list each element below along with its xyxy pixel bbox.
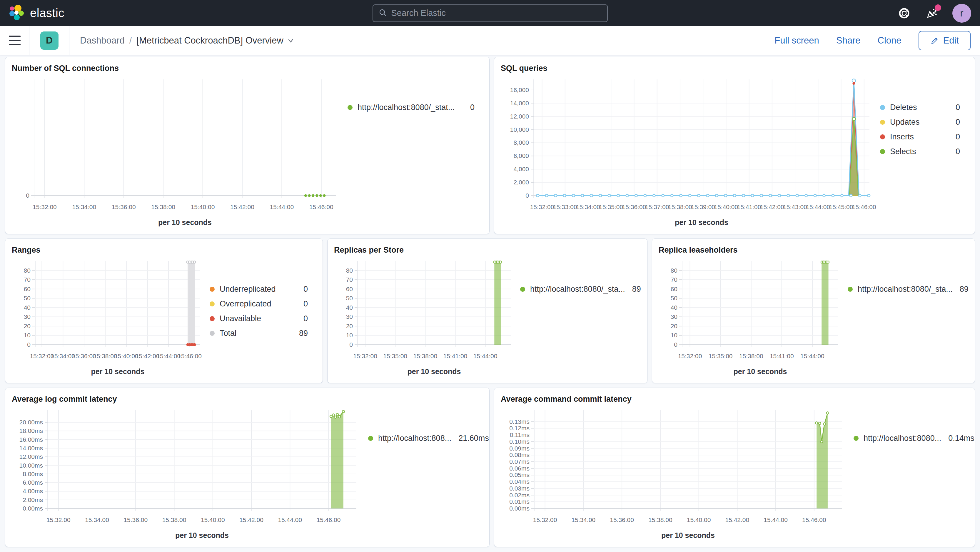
news-feed-icon[interactable] — [925, 6, 939, 20]
chart-legend: Underreplicated0Overreplicated0Unavailab… — [207, 256, 316, 379]
svg-text:15:46:00: 15:46:00 — [309, 204, 333, 210]
svg-text:15:42:00: 15:42:00 — [239, 516, 263, 523]
dashboard-panel-sql-connections: Number of SQL connections15:32:0015:34:0… — [5, 57, 490, 234]
svg-text:70: 70 — [671, 276, 678, 283]
svg-text:50: 50 — [24, 295, 30, 301]
help-icon[interactable] — [897, 6, 911, 20]
legend-item[interactable]: Selects0 — [880, 147, 960, 156]
svg-text:15:38:00: 15:38:00 — [668, 204, 692, 210]
legend-item[interactable]: http://localhost:8080/_sta...89 — [520, 285, 632, 294]
svg-text:0: 0 — [525, 192, 529, 199]
svg-text:15:40:00: 15:40:00 — [687, 516, 711, 523]
svg-text:per 10 seconds: per 10 seconds — [407, 367, 461, 375]
svg-text:60: 60 — [346, 286, 353, 292]
legend-item[interactable]: http://localhost:8080/_stat...0 — [348, 103, 474, 112]
legend-value: 0 — [956, 103, 960, 112]
dashboard-panel-sql-queries: SQL queries15:32:0015:33:0015:34:0015:35… — [494, 57, 975, 234]
page-title-text: [Metricbeat CockroachDB] Overview — [137, 35, 283, 46]
global-search[interactable] — [372, 5, 608, 22]
svg-text:0.09ms: 0.09ms — [509, 445, 530, 452]
chart-canvas-avg-command-commit-latency[interactable]: 15:32:0015:34:0015:36:0015:38:0015:40:00… — [501, 406, 851, 543]
svg-text:15:32:00: 15:32:00 — [46, 516, 70, 523]
svg-text:40: 40 — [671, 304, 678, 311]
svg-text:20: 20 — [671, 323, 678, 329]
legend-item[interactable]: Inserts0 — [880, 132, 960, 142]
legend-color-dot — [880, 134, 885, 139]
pencil-icon — [930, 36, 939, 45]
edit-button[interactable]: Edit — [918, 31, 970, 50]
svg-text:0.12ms: 0.12ms — [509, 425, 530, 431]
legend-item[interactable]: http://localhost:8080/_sta...89 — [848, 285, 960, 294]
svg-text:80: 80 — [671, 267, 678, 274]
legend-label: http://localhost:8080/_stat... — [358, 103, 463, 112]
space-badge[interactable]: D — [40, 32, 59, 50]
avatar-letter: r — [960, 7, 963, 19]
legend-item[interactable]: Updates0 — [880, 118, 960, 127]
legend-item[interactable]: Unavailable0 — [210, 314, 308, 323]
clone-button[interactable]: Clone — [878, 35, 902, 46]
svg-text:15:46:00: 15:46:00 — [178, 353, 202, 360]
legend-item[interactable]: Overreplicated0 — [210, 299, 308, 309]
svg-text:70: 70 — [24, 276, 30, 283]
svg-text:70: 70 — [346, 276, 353, 283]
space-selector[interactable]: D — [29, 26, 69, 55]
legend-color-dot — [210, 301, 215, 307]
legend-color-dot — [210, 331, 215, 336]
svg-text:15:34:00: 15:34:00 — [576, 204, 600, 210]
legend-value: 0 — [470, 103, 474, 112]
legend-label: Total — [220, 329, 292, 338]
svg-text:15:33:00: 15:33:00 — [553, 204, 577, 210]
legend-value: 0 — [304, 285, 308, 294]
legend-value: 0 — [304, 299, 308, 309]
chart-canvas-ranges[interactable]: 15:32:0015:34:0015:36:0015:38:0015:40:00… — [12, 256, 207, 379]
svg-text:15:39:00: 15:39:00 — [691, 204, 715, 210]
svg-text:15:35:00: 15:35:00 — [709, 353, 733, 360]
svg-text:10: 10 — [24, 332, 30, 339]
chart-canvas-sql-connections[interactable]: 15:32:0015:34:0015:36:0015:38:0015:40:00… — [12, 75, 345, 230]
user-avatar[interactable]: r — [952, 4, 971, 23]
chart-canvas-replicas-per-store[interactable]: 15:32:0015:35:0015:38:0015:41:0015:44:00… — [334, 256, 517, 379]
svg-text:10,000: 10,000 — [510, 126, 529, 133]
svg-text:15:38:00: 15:38:00 — [413, 353, 437, 360]
legend-item[interactable]: Deletes0 — [880, 103, 960, 112]
legend-label: Inserts — [890, 132, 948, 142]
svg-text:15:32:00: 15:32:00 — [33, 204, 57, 210]
search-input[interactable] — [391, 8, 602, 18]
panel-title: SQL queries — [501, 62, 968, 74]
breadcrumb-dashboard[interactable]: Dashboard — [80, 35, 125, 46]
svg-text:0.10ms: 0.10ms — [509, 438, 530, 445]
legend-item[interactable]: http://localhost:808...21.60ms — [368, 434, 474, 443]
legend-label: http://localhost:808... — [378, 434, 451, 443]
svg-text:15:32:00: 15:32:00 — [30, 353, 54, 360]
legend-value: 0 — [956, 132, 960, 142]
svg-text:15:42:00: 15:42:00 — [725, 516, 749, 523]
panel-title: Ranges — [12, 244, 316, 256]
legend-item[interactable]: http://localhost:8080...0.14ms — [854, 434, 960, 443]
svg-text:0.07ms: 0.07ms — [509, 458, 530, 465]
menu-icon[interactable] — [0, 26, 29, 55]
svg-text:15:38:00: 15:38:00 — [162, 516, 186, 523]
legend-label: http://localhost:8080... — [864, 434, 941, 443]
svg-text:6.00ms: 6.00ms — [23, 479, 43, 486]
svg-text:40: 40 — [346, 304, 353, 311]
dashboard-grid: Number of SQL connections15:32:0015:34:0… — [0, 55, 980, 551]
top-navbar: elastic — [0, 0, 980, 26]
share-button[interactable]: Share — [836, 35, 861, 46]
legend-item[interactable]: Underreplicated0 — [210, 285, 308, 294]
legend-value: 89 — [960, 285, 969, 294]
svg-text:15:35:00: 15:35:00 — [383, 353, 407, 360]
chart-canvas-avg-log-commit-latency[interactable]: 15:32:0015:34:0015:36:0015:38:0015:40:00… — [12, 406, 365, 543]
svg-text:15:32:00: 15:32:00 — [530, 204, 554, 210]
page-title[interactable]: [Metricbeat CockroachDB] Overview — [137, 35, 294, 46]
legend-value: 89 — [632, 285, 641, 294]
panel-title: Replicas per Store — [334, 244, 641, 256]
chart-canvas-sql-queries[interactable]: 15:32:0015:33:0015:34:0015:35:0015:36:00… — [501, 75, 877, 230]
full-screen-button[interactable]: Full screen — [775, 35, 819, 46]
chart-canvas-replica-leaseholders[interactable]: 15:32:0015:35:0015:38:0015:41:0015:44:00… — [659, 256, 845, 379]
svg-text:4.00ms: 4.00ms — [23, 488, 43, 494]
svg-text:0.13ms: 0.13ms — [509, 418, 530, 425]
hamburger-bars — [9, 36, 21, 45]
elastic-brand[interactable]: elastic — [9, 5, 64, 22]
legend-item[interactable]: Total89 — [210, 329, 308, 338]
svg-text:15:42:00: 15:42:00 — [760, 204, 784, 210]
